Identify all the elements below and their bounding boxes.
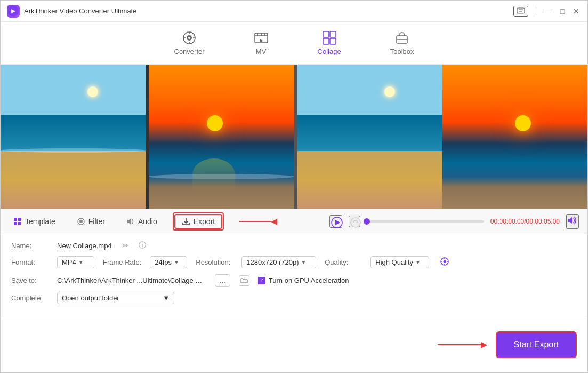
- app-title: ArkThinker Video Converter Ultimate: [24, 7, 513, 15]
- start-export-annotation: ▶: [438, 339, 487, 350]
- svg-marker-37: [335, 220, 340, 225]
- svg-rect-31: [18, 222, 21, 225]
- name-row: Name: New Collage.mp4 ✏ ⓘ: [11, 241, 577, 250]
- tab-mv-label: MV: [256, 47, 267, 55]
- resolution-select[interactable]: 1280x720 (720p) ▼: [241, 256, 316, 268]
- minimize-button[interactable]: —: [544, 6, 553, 16]
- complete-label: Complete:: [11, 294, 49, 302]
- start-export-button[interactable]: Start Export: [496, 331, 577, 358]
- template-label: Template: [25, 217, 55, 226]
- start-export-container: ▶ Start Export: [438, 331, 577, 358]
- save-to-row: Save to: C:\ArkThinker\ArkThinker ...Ult…: [11, 274, 577, 287]
- time-current: 00:00:00.00: [490, 218, 524, 225]
- name-value: New Collage.mp4: [57, 242, 112, 250]
- loop-button[interactable]: [349, 216, 360, 227]
- chat-icon[interactable]: [513, 6, 528, 17]
- tab-converter[interactable]: Converter: [166, 26, 213, 60]
- gpu-label: Turn on GPU Acceleration: [269, 276, 349, 284]
- app-icon: [7, 5, 20, 18]
- tab-collage-label: Collage: [318, 47, 341, 55]
- export-button-container: Export: [174, 214, 222, 229]
- svg-rect-16: [323, 31, 329, 37]
- export-annotation-arrow: ◀: [239, 216, 277, 226]
- resolution-value: 1280x720 (720p): [246, 258, 299, 266]
- preview-panel-2[interactable]: [149, 65, 294, 209]
- play-button[interactable]: [329, 215, 342, 228]
- export-button[interactable]: Export: [174, 214, 222, 229]
- svg-point-33: [79, 220, 83, 223]
- preview-panel-1[interactable]: [1, 65, 146, 209]
- save-to-path: C:\ArkThinker\ArkThinker ...Ultimate\Col…: [57, 276, 206, 284]
- tab-collage[interactable]: Collage: [309, 26, 350, 60]
- time-display: 00:00:00.00/00:00:05.00: [490, 218, 560, 225]
- svg-rect-30: [14, 222, 17, 225]
- format-label: Format:: [11, 258, 49, 266]
- filter-button[interactable]: Filter: [73, 215, 109, 228]
- complete-value: Open output folder: [62, 294, 160, 302]
- open-folder-icon[interactable]: [239, 275, 249, 286]
- frame-rate-label: Frame Rate:: [103, 258, 141, 266]
- complete-row: Complete: Open output folder ▼: [11, 292, 577, 304]
- format-select[interactable]: MP4 ▼: [57, 256, 94, 268]
- svg-rect-18: [323, 38, 329, 44]
- complete-select[interactable]: Open output folder ▼: [57, 292, 174, 304]
- svg-rect-19: [330, 38, 336, 44]
- save-to-label: Save to:: [11, 276, 49, 284]
- format-arrow-icon: ▼: [78, 259, 84, 265]
- progress-bar[interactable]: [367, 220, 484, 223]
- playback-controls: 00:00:00.00/00:00:05.00: [290, 214, 579, 229]
- frame-rate-value: 24fps: [155, 258, 172, 266]
- quality-arrow-icon: ▼: [415, 259, 421, 265]
- progress-dot: [364, 218, 370, 225]
- quality-select[interactable]: High Quality ▼: [370, 256, 429, 268]
- audio-button[interactable]: Audio: [122, 215, 162, 228]
- tab-toolbox-label: Toolbox: [390, 47, 414, 55]
- resolution-arrow-icon: ▼: [301, 259, 307, 265]
- preview-area: [1, 65, 587, 209]
- tab-toolbox[interactable]: Toolbox: [382, 26, 423, 60]
- export-panel: Name: New Collage.mp4 ✏ ⓘ Format: MP4 ▼ …: [1, 234, 587, 316]
- svg-rect-28: [14, 218, 17, 221]
- frame-rate-arrow-icon: ▼: [174, 259, 179, 265]
- complete-arrow-icon: ▼: [163, 294, 170, 302]
- quality-value: High Quality: [375, 258, 413, 266]
- filter-label: Filter: [88, 217, 105, 226]
- window-controls: — □ ✕: [513, 6, 581, 17]
- preview-panel-3[interactable]: [297, 65, 442, 209]
- annotation-line-2: [438, 344, 481, 345]
- toolbar: Template Filter Audio Export: [1, 209, 587, 234]
- titlebar-separator: [537, 7, 537, 15]
- volume-button[interactable]: [566, 214, 579, 229]
- close-button[interactable]: ✕: [571, 6, 581, 16]
- format-value: MP4: [62, 258, 76, 266]
- frame-rate-select[interactable]: 24fps ▼: [150, 256, 187, 268]
- quality-label: Quality:: [325, 258, 362, 266]
- name-label: Name:: [11, 242, 49, 250]
- template-button[interactable]: Template: [9, 215, 60, 228]
- gpu-checkbox[interactable]: ✓: [258, 277, 265, 284]
- svg-marker-34: [127, 218, 131, 225]
- svg-rect-17: [330, 31, 336, 37]
- svg-point-38: [351, 218, 360, 227]
- svg-rect-1: [517, 8, 525, 13]
- export-label: Export: [194, 217, 215, 226]
- name-edit-icon[interactable]: ✏: [123, 241, 129, 250]
- action-area: ▶ Start Export: [1, 316, 587, 372]
- nav-tabs: Converter MV Collage: [1, 22, 587, 65]
- maximize-button[interactable]: □: [558, 6, 567, 16]
- preview-panel-4[interactable]: [442, 65, 587, 209]
- tab-mv[interactable]: MV: [245, 26, 277, 60]
- titlebar: ArkThinker Video Converter Ultimate — □ …: [1, 1, 587, 22]
- browse-button[interactable]: ...: [215, 274, 230, 287]
- tab-converter-label: Converter: [174, 47, 205, 55]
- time-total: 00:00:05.00: [526, 218, 560, 225]
- gpu-acceleration-group: ✓ Turn on GPU Acceleration: [258, 276, 349, 284]
- name-info-icon[interactable]: ⓘ: [139, 241, 146, 250]
- svg-point-6: [188, 37, 190, 39]
- svg-marker-39: [568, 217, 572, 224]
- format-row: Format: MP4 ▼ Frame Rate: 24fps ▼ Resolu…: [11, 256, 577, 269]
- quality-settings-button[interactable]: [438, 256, 452, 269]
- audio-label: Audio: [138, 217, 157, 226]
- svg-point-41: [444, 260, 446, 263]
- svg-rect-29: [18, 218, 21, 221]
